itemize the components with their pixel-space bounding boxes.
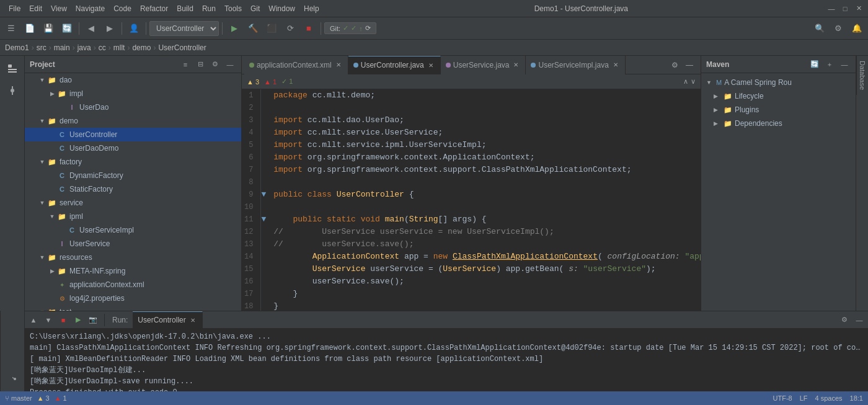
line-content-8[interactable] bbox=[266, 176, 701, 189]
menu-view[interactable]: View bbox=[47, 3, 71, 14]
line-content-5[interactable]: import cc.mllt.service.ipml.UserServiceI… bbox=[266, 139, 701, 151]
search-button[interactable]: 🔍 bbox=[811, 20, 828, 37]
menu-tools[interactable]: Tools bbox=[221, 3, 246, 14]
git-push-icon[interactable]: ↑ bbox=[359, 25, 363, 32]
maximize-button[interactable]: □ bbox=[841, 4, 849, 13]
menu-refactor[interactable]: Refactor bbox=[136, 3, 172, 14]
reload-button[interactable]: ⟳ bbox=[281, 20, 299, 37]
tree-item-staticfactory[interactable]: C StaticFactory bbox=[25, 182, 241, 196]
tab-database[interactable]: Database bbox=[856, 56, 868, 95]
save-button[interactable]: 💾 bbox=[40, 20, 57, 37]
project-close-button[interactable]: — bbox=[224, 58, 236, 71]
bottom-tab-close-usercontroller[interactable]: ✕ bbox=[188, 316, 197, 324]
line-arrow-11[interactable]: ▼ bbox=[261, 213, 266, 226]
line-content-2[interactable] bbox=[266, 102, 701, 114]
bc-main[interactable]: main bbox=[54, 43, 70, 52]
new-file-button[interactable]: 📄 bbox=[21, 20, 38, 37]
close-button[interactable]: ✕ bbox=[854, 4, 863, 13]
line-content-12[interactable]: // UserService userService = new UserSer… bbox=[266, 226, 701, 238]
menu-code[interactable]: Code bbox=[110, 3, 135, 14]
sync-button[interactable]: 🔄 bbox=[58, 20, 76, 37]
bc-usercontroller[interactable]: UserController bbox=[158, 43, 206, 52]
sidebar-icon-commit[interactable] bbox=[2, 81, 22, 100]
tab-settings-button[interactable]: ⚙ bbox=[668, 59, 681, 71]
tree-item-userserviceimpl[interactable]: C UserServiceImpl bbox=[25, 223, 241, 237]
bottom-settings-button[interactable]: ⚙ bbox=[838, 314, 851, 326]
maven-collapse-button[interactable]: — bbox=[838, 58, 851, 71]
line-content-10[interactable] bbox=[266, 201, 701, 213]
menu-edit[interactable]: Edit bbox=[25, 3, 46, 14]
maven-add-button[interactable]: + bbox=[823, 58, 836, 71]
bc-java[interactable]: java bbox=[78, 43, 91, 52]
tree-item-test[interactable]: ▼ 📁 test bbox=[25, 305, 241, 311]
settings-button[interactable]: ⚙ bbox=[830, 20, 847, 37]
line-content-13[interactable]: // userService.save(); bbox=[266, 238, 701, 251]
bottom-tab-usercontroller[interactable]: UserController ✕ bbox=[133, 311, 202, 329]
line-content-16[interactable]: userService.save(); bbox=[266, 275, 701, 288]
minimize-button[interactable]: — bbox=[827, 4, 836, 13]
run-down-button[interactable]: ▼ bbox=[42, 314, 55, 326]
git-sync-icon[interactable]: ⟳ bbox=[365, 24, 371, 32]
run-up-button[interactable]: ▲ bbox=[27, 314, 40, 326]
line-content-15[interactable]: UserService userService = (UserService) … bbox=[266, 263, 701, 275]
menu-window[interactable]: Window bbox=[265, 3, 299, 14]
maven-item-project[interactable]: ▼ M A Camel Spring Rou bbox=[701, 76, 856, 89]
menu-git[interactable]: Git bbox=[247, 3, 264, 14]
project-collapse-all-button[interactable]: ≡ bbox=[179, 58, 192, 71]
tree-item-userservice[interactable]: I UserService bbox=[25, 237, 241, 251]
project-expand-button[interactable]: ⊟ bbox=[194, 58, 206, 71]
bc-mllt[interactable]: mllt bbox=[113, 43, 125, 52]
tree-item-userdao[interactable]: I UserDao bbox=[25, 100, 241, 114]
tree-item-factory[interactable]: ▼ 📁 factory bbox=[25, 155, 241, 169]
tab-userservice-java[interactable]: UserService.java ✕ bbox=[441, 56, 526, 74]
line-content-4[interactable]: import cc.mllt.service.UserService; bbox=[266, 127, 701, 139]
nav-down-button[interactable]: ∨ bbox=[691, 78, 696, 86]
tab-close-usercontroller[interactable]: ✕ bbox=[427, 61, 435, 69]
tree-item-ipml[interactable]: ▼ 📁 ipml bbox=[25, 210, 241, 223]
tree-item-dao[interactable]: ▼ 📁 dao bbox=[25, 73, 241, 87]
run-stop-button[interactable]: ■ bbox=[57, 314, 69, 326]
menu-build[interactable]: Build bbox=[173, 3, 197, 14]
line-content-11[interactable]: public static void main(String[] args) { bbox=[266, 213, 701, 226]
tree-item-dynamicfactory[interactable]: C DynamicFactory bbox=[25, 169, 241, 182]
menu-navigate[interactable]: Navigate bbox=[72, 3, 108, 14]
back-button[interactable]: ◀ bbox=[82, 20, 100, 37]
line-content-14[interactable]: ApplicationContext app = new ClassPathXm… bbox=[266, 251, 701, 263]
tree-item-metainf[interactable]: ▶ 📁 META-INF.spring bbox=[25, 264, 241, 278]
run-all-button[interactable]: ⬛ bbox=[263, 20, 280, 37]
maven-refresh-button[interactable]: 🔄 bbox=[808, 58, 821, 71]
line-content-9[interactable]: public class UserController { bbox=[266, 189, 701, 201]
menu-toggle-button[interactable]: ☰ bbox=[2, 20, 20, 37]
line-content-3[interactable]: import cc.mllt.dao.UserDao; bbox=[266, 114, 701, 127]
bc-cc[interactable]: cc bbox=[99, 43, 106, 52]
avatar-button[interactable]: 👤 bbox=[125, 20, 143, 37]
bc-src[interactable]: src bbox=[37, 43, 46, 52]
tree-item-service[interactable]: ▼ 📁 service bbox=[25, 196, 241, 210]
tab-usercontroller-java[interactable]: UserController.java ✕ bbox=[348, 56, 441, 74]
tab-close-userserviceimpl[interactable]: ✕ bbox=[611, 61, 620, 69]
stop-button[interactable]: ■ bbox=[300, 20, 317, 37]
tab-split-button[interactable]: — bbox=[683, 59, 696, 71]
forward-button[interactable]: ▶ bbox=[101, 20, 118, 37]
tree-item-impl[interactable]: ▶ 📁 impl bbox=[25, 87, 241, 100]
menu-help[interactable]: Help bbox=[300, 3, 323, 14]
bottom-close-button[interactable]: — bbox=[853, 314, 866, 326]
tree-item-usercontroller[interactable]: C UserController bbox=[25, 128, 241, 141]
tree-item-demo[interactable]: ▼ 📁 demo bbox=[25, 114, 241, 128]
sidebar-icon-project[interactable] bbox=[2, 58, 22, 78]
tree-item-resources[interactable]: ▼ 📁 resources bbox=[25, 251, 241, 264]
run-camera-button[interactable]: 📷 bbox=[87, 314, 99, 326]
tab-applicationcontext-xml[interactable]: applicationContext.xml ✕ bbox=[244, 56, 348, 74]
maven-item-lifecycle[interactable]: ▶ 📁 Lifecycle bbox=[701, 89, 856, 103]
maven-item-plugins[interactable]: ▶ 📁 Plugins bbox=[701, 103, 856, 117]
run-rerun-button[interactable]: ▶ bbox=[72, 314, 84, 326]
build-button[interactable]: ▶ bbox=[226, 20, 243, 37]
tab-close-appcontext[interactable]: ✕ bbox=[334, 61, 343, 69]
nav-up-button[interactable]: ∧ bbox=[683, 78, 688, 86]
tab-userserviceimpl-java[interactable]: UserServiceImpl.java ✕ bbox=[526, 56, 625, 74]
bc-demo[interactable]: demo bbox=[132, 43, 151, 52]
line-content-6[interactable]: import org.springframework.context.Appli… bbox=[266, 151, 701, 164]
tree-item-log4j2[interactable]: ⚙ log4j2.properties bbox=[25, 292, 241, 305]
line-content-1[interactable]: package cc.mllt.demo; bbox=[266, 89, 701, 102]
line-content-7[interactable]: import org.springframework.context.suppo… bbox=[266, 164, 701, 176]
